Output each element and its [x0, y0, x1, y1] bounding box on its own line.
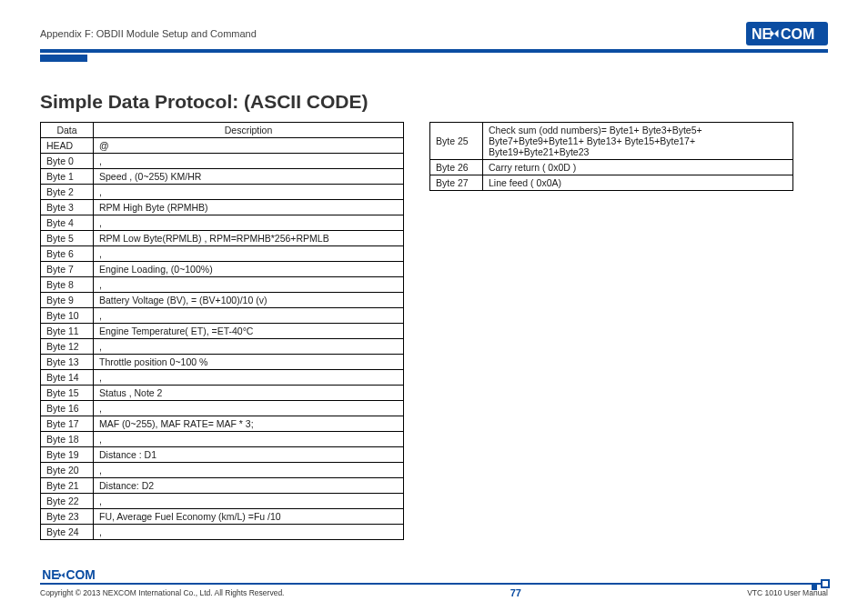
- page-title: Simple Data Protocol: (ASCII CODE): [40, 91, 828, 113]
- cell-data: Byte 23: [41, 509, 94, 525]
- content-columns: Data Description HEAD@Byte 0,Byte 1Speed…: [40, 122, 828, 540]
- col-header-data: Data: [41, 123, 94, 138]
- cell-data: Byte 9: [41, 293, 94, 308]
- svg-text:COM: COM: [781, 26, 814, 42]
- table-row: Byte 15Status , Note 2: [41, 386, 404, 401]
- table-row: Byte 17MAF (0~255), MAF RATE= MAF * 3;: [41, 416, 404, 432]
- cell-data: Byte 3: [41, 200, 94, 215]
- cell-data: Byte 22: [41, 494, 94, 509]
- table-row: Byte 16,: [41, 401, 404, 416]
- cell-description: Status , Note 2: [94, 386, 404, 401]
- cell-description: Distance: D2: [94, 478, 404, 494]
- brand-text-com-bottom: COM: [66, 567, 96, 582]
- cell-description: Battery Voltage (BV), = (BV+100)/10 (v): [94, 293, 404, 308]
- brand-logo-bottom: NE COM: [40, 566, 98, 583]
- brand-text-ne: NE: [752, 26, 772, 42]
- cell-description: ,: [94, 494, 404, 509]
- cell-description: MAF (0~255), MAF RATE= MAF * 3;: [94, 416, 404, 432]
- cell-description: Speed , (0~255) KM/HR: [94, 169, 404, 185]
- cell-data: Byte 17: [41, 416, 94, 432]
- table-row: Byte 24,: [41, 525, 404, 540]
- cell-data: Byte 15: [41, 386, 94, 401]
- page-number: 77: [510, 587, 521, 598]
- copyright-text: Copyright © 2013 NEXCOM International Co…: [40, 588, 284, 597]
- cell-description: ,: [94, 525, 404, 540]
- cell-data: Byte 20: [41, 463, 94, 478]
- cell-description: ,: [94, 215, 404, 231]
- table-row: Byte 12,: [41, 339, 404, 355]
- cell-description: ,: [94, 339, 404, 355]
- appendix-title: Appendix F: OBDII Module Setup and Comma…: [40, 28, 257, 39]
- cell-data: Byte 19: [41, 447, 94, 463]
- table-row: Byte 3RPM High Byte (RPMHB): [41, 200, 404, 215]
- cell-data: Byte 14: [41, 370, 94, 386]
- table-row: Byte 4,: [41, 215, 404, 231]
- cell-data: Byte 12: [41, 339, 94, 355]
- cell-description: RPM High Byte (RPMHB): [94, 200, 404, 215]
- cell-data: Byte 6: [41, 246, 94, 262]
- cell-data: Byte 25: [430, 123, 483, 160]
- table-row: Byte 26Carry return ( 0x0D ): [430, 160, 793, 175]
- table-header-row: Data Description: [41, 123, 404, 138]
- cell-description: Engine Loading, (0~100%): [94, 262, 404, 277]
- cell-data: Byte 13: [41, 355, 94, 370]
- cell-description: ,: [94, 370, 404, 386]
- cell-description: Distance : D1: [94, 447, 404, 463]
- cell-data: Byte 8: [41, 277, 94, 293]
- table-row: HEAD@: [41, 138, 404, 154]
- table-row: Byte 21Distance: D2: [41, 478, 404, 494]
- cell-data: Byte 5: [41, 231, 94, 246]
- brand-text-ne-bottom: NE: [42, 567, 59, 582]
- cell-description: Throttle position 0~100 %: [94, 355, 404, 370]
- footer-text-row: Copyright © 2013 NEXCOM International Co…: [40, 587, 828, 598]
- cell-data: Byte 4: [41, 215, 94, 231]
- cell-description: ,: [94, 432, 404, 447]
- cell-description: ,: [94, 154, 404, 169]
- table-row: Byte 5RPM Low Byte(RPMLB) , RPM=RPMHB*25…: [41, 231, 404, 246]
- table-row: Byte 19Distance : D1: [41, 447, 404, 463]
- table-row: Byte 14,: [41, 370, 404, 386]
- table-row: Byte 22,: [41, 494, 404, 509]
- table-row: Byte 23FU, Average Fuel Economy (km/L) =…: [41, 509, 404, 525]
- cell-data: Byte 0: [41, 154, 94, 169]
- table-row: Byte 18,: [41, 432, 404, 447]
- cell-description: ,: [94, 277, 404, 293]
- header-rule: [40, 49, 828, 53]
- cell-description: Engine Temperature( ET), =ET-40°C: [94, 324, 404, 339]
- table-row: Byte 10,: [41, 308, 404, 324]
- page-footer: NE COM Copyright © 2013 NEXCOM Internati…: [40, 566, 828, 598]
- cell-description: RPM Low Byte(RPMLB) , RPM=RPMHB*256+RPML…: [94, 231, 404, 246]
- table-row: Byte 6,: [41, 246, 404, 262]
- svg-marker-6: [59, 573, 62, 578]
- cell-data: Byte 21: [41, 478, 94, 494]
- cell-data: Byte 27: [430, 175, 483, 191]
- cell-data: Byte 18: [41, 432, 94, 447]
- table-row: Byte 9Battery Voltage (BV), = (BV+100)/1…: [41, 293, 404, 308]
- document-page: Appendix F: OBDII Module Setup and Comma…: [0, 0, 868, 611]
- table-row: Byte 13Throttle position 0~100 %: [41, 355, 404, 370]
- cell-data: Byte 2: [41, 185, 94, 200]
- footer-ornament-square: [821, 579, 830, 588]
- table-row: Byte 8,: [41, 277, 404, 293]
- cell-description: Check sum (odd numbers)= Byte1+ Byte3+By…: [483, 123, 793, 160]
- table-row: Byte 25Check sum (odd numbers)= Byte1+ B…: [430, 123, 793, 160]
- cell-data: Byte 11: [41, 324, 94, 339]
- table-row: Byte 1Speed , (0~255) KM/HR: [41, 169, 404, 185]
- cell-description: ,: [94, 246, 404, 262]
- header-rule-stub: [40, 55, 87, 62]
- cell-description: ,: [94, 185, 404, 200]
- table-row: Byte 0,: [41, 154, 404, 169]
- footer-ornament-dot: [812, 585, 817, 590]
- svg-text:NE: NE: [42, 567, 59, 582]
- table-row: Byte 20,: [41, 463, 404, 478]
- cell-description: ,: [94, 401, 404, 416]
- cell-data: Byte 10: [41, 308, 94, 324]
- cell-data: Byte 24: [41, 525, 94, 540]
- cell-description: @: [94, 138, 404, 154]
- cell-data: Byte 1: [41, 169, 94, 185]
- footer-rule: [40, 583, 828, 585]
- page-header: Appendix F: OBDII Module Setup and Comma…: [40, 20, 828, 47]
- cell-data: HEAD: [41, 138, 94, 154]
- table-row: Byte 2,: [41, 185, 404, 200]
- col-header-description: Description: [94, 123, 404, 138]
